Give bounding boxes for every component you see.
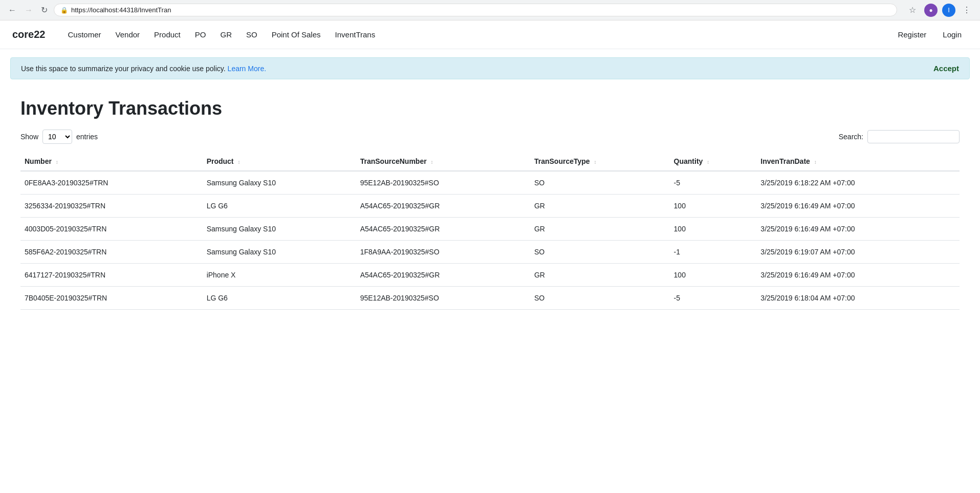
search-control: Search:	[839, 130, 960, 143]
address-bar[interactable]: 🔒 https://localhost:44318/InventTran	[54, 4, 897, 16]
lock-icon: 🔒	[60, 7, 68, 14]
cell-quantity: 100	[670, 195, 757, 218]
cell-tran-source-type: GR	[530, 195, 670, 218]
sort-product-icon: ↕	[237, 159, 240, 165]
table-row: 3256334-20190325#TRNLG G6A54AC65-2019032…	[20, 195, 960, 218]
privacy-text: Use this space to summarize your privacy…	[21, 65, 266, 73]
extension-icon: ●	[924, 4, 938, 17]
cell-number: 3256334-20190325#TRN	[20, 195, 203, 218]
cell-quantity: -1	[670, 241, 757, 264]
cell-tran-source-type: SO	[530, 287, 670, 310]
nav-right-links: Register Login	[891, 26, 968, 43]
transactions-table: Number ↕ Product ↕ TranSourceNumber ↕ Tr…	[20, 152, 960, 310]
url-text: https://localhost:44318/InventTran	[71, 6, 171, 14]
cell-product: Samsung Galaxy S10	[203, 218, 356, 241]
nav-customer[interactable]: Customer	[62, 26, 107, 43]
table-row: 6417127-20190325#TRNiPhone XA54AC65-2019…	[20, 264, 960, 287]
col-inven-tran-date[interactable]: InvenTranDate ↕	[756, 152, 960, 171]
col-tran-source-number[interactable]: TranSourceNumber ↕	[356, 152, 530, 171]
show-label: Show	[20, 133, 38, 141]
page-title: Inventory Transactions	[20, 98, 960, 119]
back-button[interactable]: ←	[6, 4, 18, 17]
app-navbar: core22 Customer Vendor Product PO GR SO …	[0, 20, 980, 49]
entries-label: entries	[76, 133, 98, 141]
sort-inven-tran-date-icon: ↕	[814, 159, 817, 165]
show-entries-control: Show 10 25 50 100 entries	[20, 130, 98, 144]
cell-tran-source-type: GR	[530, 218, 670, 241]
table-row: 585F6A2-20190325#TRNSamsung Galaxy S101F…	[20, 241, 960, 264]
cell-tran-source-number: 95E12AB-20190325#SO	[356, 171, 530, 195]
cell-tran-source-number: A54AC65-20190325#GR	[356, 264, 530, 287]
cell-tran-source-number: 95E12AB-20190325#SO	[356, 287, 530, 310]
cell-tran-source-number: 1F8A9AA-20190325#SO	[356, 241, 530, 264]
profile-avatar[interactable]: I	[942, 4, 955, 17]
col-number[interactable]: Number ↕	[20, 152, 203, 171]
sort-quantity-icon: ↕	[707, 159, 709, 165]
cell-product: LG G6	[203, 195, 356, 218]
col-tran-source-type[interactable]: TranSourceType ↕	[530, 152, 670, 171]
cell-inven-tran-date: 3/25/2019 6:18:04 AM +07:00	[756, 287, 960, 310]
cell-quantity: 100	[670, 264, 757, 287]
cell-quantity: -5	[670, 171, 757, 195]
nav-gr[interactable]: GR	[214, 26, 238, 43]
table-controls: Show 10 25 50 100 entries Search:	[20, 130, 960, 144]
table-header-row: Number ↕ Product ↕ TranSourceNumber ↕ Tr…	[20, 152, 960, 171]
nav-inventtrans[interactable]: InventTrans	[329, 26, 382, 43]
main-content: Inventory Transactions Show 10 25 50 100…	[0, 88, 980, 320]
col-product[interactable]: Product ↕	[203, 152, 356, 171]
nav-links: Customer Vendor Product PO GR SO Point O…	[62, 26, 892, 43]
nav-product[interactable]: Product	[148, 26, 187, 43]
extensions-button[interactable]: ●	[924, 3, 938, 17]
cell-number: 6417127-20190325#TRN	[20, 264, 203, 287]
col-quantity[interactable]: Quantity ↕	[670, 152, 757, 171]
cell-product: Samsung Galaxy S10	[203, 241, 356, 264]
nav-vendor[interactable]: Vendor	[110, 26, 146, 43]
table-row: 4003D05-20190325#TRNSamsung Galaxy S10A5…	[20, 218, 960, 241]
cell-tran-source-number: A54AC65-20190325#GR	[356, 218, 530, 241]
browser-actions: ☆ ● I ⋮	[905, 3, 974, 17]
cell-tran-source-number: A54AC65-20190325#GR	[356, 195, 530, 218]
cell-inven-tran-date: 3/25/2019 6:16:49 AM +07:00	[756, 264, 960, 287]
cell-product: Samsung Galaxy S10	[203, 171, 356, 195]
cell-inven-tran-date: 3/25/2019 6:19:07 AM +07:00	[756, 241, 960, 264]
search-label: Search:	[839, 133, 863, 141]
cell-inven-tran-date: 3/25/2019 6:16:49 AM +07:00	[756, 218, 960, 241]
sort-tran-source-type-icon: ↕	[594, 159, 597, 165]
privacy-banner: Use this space to summarize your privacy…	[10, 57, 970, 79]
menu-button[interactable]: ⋮	[960, 3, 974, 17]
sort-number-icon: ↕	[56, 159, 58, 165]
cell-quantity: -5	[670, 287, 757, 310]
cell-tran-source-type: SO	[530, 171, 670, 195]
table-row: 0FE8AA3-20190325#TRNSamsung Galaxy S1095…	[20, 171, 960, 195]
cell-number: 585F6A2-20190325#TRN	[20, 241, 203, 264]
nav-pos[interactable]: Point Of Sales	[266, 26, 327, 43]
forward-button[interactable]: →	[23, 4, 35, 17]
learn-more-link[interactable]: Learn More.	[228, 65, 266, 73]
cell-product: LG G6	[203, 287, 356, 310]
nav-so[interactable]: SO	[240, 26, 264, 43]
entries-select[interactable]: 10 25 50 100	[42, 130, 72, 144]
nav-po[interactable]: PO	[189, 26, 212, 43]
search-input[interactable]	[867, 130, 960, 143]
cell-number: 0FE8AA3-20190325#TRN	[20, 171, 203, 195]
cell-tran-source-type: GR	[530, 264, 670, 287]
cell-quantity: 100	[670, 218, 757, 241]
bookmark-button[interactable]: ☆	[905, 3, 920, 17]
cell-number: 7B0405E-20190325#TRN	[20, 287, 203, 310]
cell-inven-tran-date: 3/25/2019 6:16:49 AM +07:00	[756, 195, 960, 218]
register-link[interactable]: Register	[891, 26, 932, 43]
cell-inven-tran-date: 3/25/2019 6:18:22 AM +07:00	[756, 171, 960, 195]
login-link[interactable]: Login	[937, 26, 968, 43]
table-row: 7B0405E-20190325#TRNLG G695E12AB-2019032…	[20, 287, 960, 310]
brand-logo[interactable]: core22	[12, 29, 46, 40]
cell-number: 4003D05-20190325#TRN	[20, 218, 203, 241]
cell-product: iPhone X	[203, 264, 356, 287]
reload-button[interactable]: ↻	[39, 3, 50, 17]
accept-button[interactable]: Accept	[933, 64, 959, 73]
cell-tran-source-type: SO	[530, 241, 670, 264]
browser-chrome: ← → ↻ 🔒 https://localhost:44318/InventTr…	[0, 0, 980, 20]
sort-tran-source-number-icon: ↕	[431, 159, 433, 165]
